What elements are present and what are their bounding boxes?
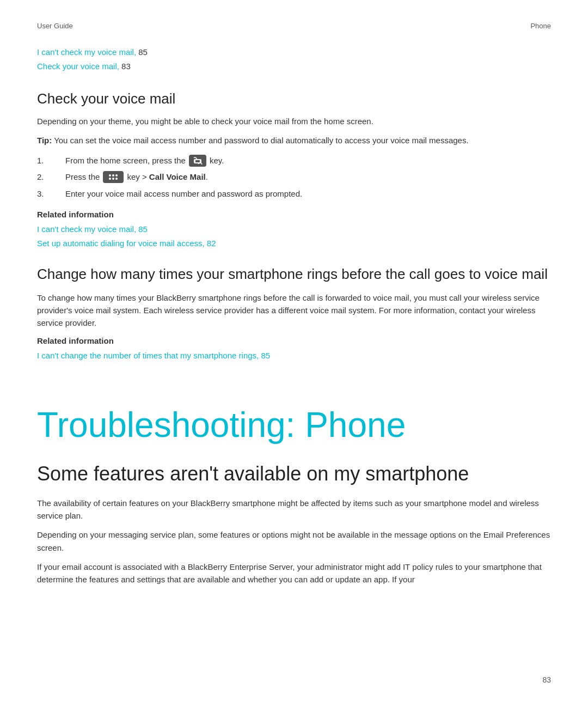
related-link-2[interactable]: Set up automatic dialing for voice mail … bbox=[37, 236, 551, 251]
step-1: 1. From the home screen, press the key. bbox=[37, 155, 551, 167]
toc-link-1[interactable]: I can't check my voice mail, 85 bbox=[37, 45, 551, 59]
svg-rect-1 bbox=[195, 160, 200, 162]
toc-link-2[interactable]: Check your voice mail, 83 bbox=[37, 59, 551, 74]
features-para-2: Depending on your messaging service plan… bbox=[37, 528, 551, 554]
header-left: User Guide bbox=[37, 22, 73, 30]
voice-mail-title: Check your voice mail bbox=[37, 90, 551, 107]
rings-related-link-1[interactable]: I can't change the number of times that … bbox=[37, 349, 551, 363]
header-right: Phone bbox=[530, 22, 551, 30]
features-section-title: Some features aren't available on my sma… bbox=[37, 461, 551, 487]
features-para-1: The availability of certain features on … bbox=[37, 497, 551, 522]
features-para-3: If your email account is associated with… bbox=[37, 561, 551, 586]
rings-related: Related information I can't change the n… bbox=[37, 336, 551, 363]
related-info-label-2: Related information bbox=[37, 336, 551, 345]
rings-section-title: Change how many times your smartphone ri… bbox=[37, 265, 551, 284]
page-header: User Guide Phone bbox=[37, 22, 551, 30]
step-3: 3. Enter your voice mail access number a… bbox=[37, 188, 551, 200]
related-link-1[interactable]: I can't check my voice mail, 85 bbox=[37, 222, 551, 236]
toc-links: I can't check my voice mail, 85 Check yo… bbox=[37, 45, 551, 73]
rings-section: Change how many times your smartphone ri… bbox=[37, 265, 551, 362]
step-2: 2. Press the key > Call Voice Mai bbox=[37, 171, 551, 184]
voice-mail-tip: Tip: You can set the voice mail access n… bbox=[37, 134, 551, 147]
troubleshooting-section: Troubleshooting: Phone Some features are… bbox=[37, 378, 551, 608]
menu-key-icon bbox=[103, 171, 124, 183]
voice-mail-section: Check your voice mail Depending on your … bbox=[37, 90, 551, 250]
phone-key-icon bbox=[189, 155, 206, 167]
voice-mail-steps: 1. From the home screen, press the key. … bbox=[37, 155, 551, 200]
page-number: 83 bbox=[542, 675, 551, 684]
rings-section-body: To change how many times your BlackBerry… bbox=[37, 291, 551, 330]
troubleshooting-title: Troubleshooting: Phone bbox=[37, 405, 551, 445]
voice-mail-related: Related information I can't check my voi… bbox=[37, 210, 551, 250]
voice-mail-intro: Depending on your theme, you might be ab… bbox=[37, 115, 551, 127]
related-info-label-1: Related information bbox=[37, 210, 551, 219]
